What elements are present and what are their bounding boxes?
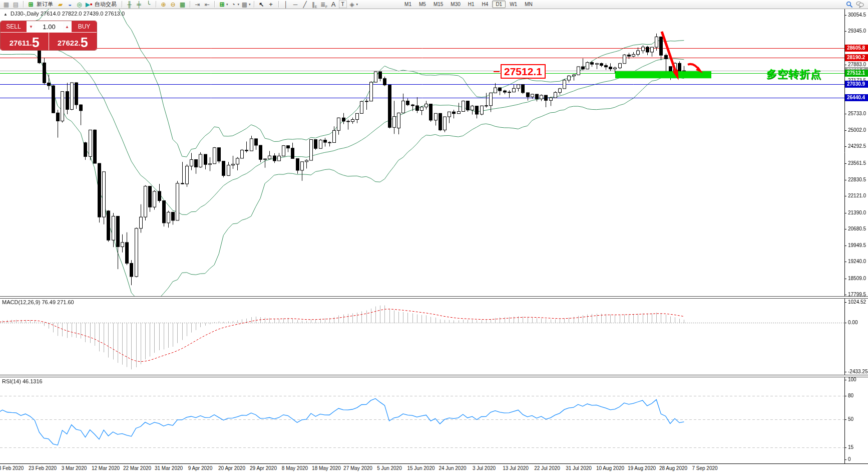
panel-splitter[interactable]: [0, 296, 868, 299]
tile-windows-icon[interactable]: ▦: [178, 1, 187, 9]
mt4-terminal: ▦ ▤ ⊞ 新订单 ▰ ◒ ◎ ▶■ 自动交易 ╫ ╪ ╰ ⊕ ⊖ ▦ ⇥ ⇤ …: [0, 0, 868, 472]
date-tick-label: 12 Mar 2020: [88, 465, 123, 471]
date-tick-label: 15 Jun 2020: [403, 465, 439, 471]
macd-label: MACD(12,26,9) 76.49 271.60: [2, 299, 74, 305]
buy-button[interactable]: BUY: [72, 21, 97, 32]
autotrading-icon[interactable]: ▶■: [85, 1, 93, 9]
timeframe-w1[interactable]: W1: [506, 1, 521, 8]
price-callout[interactable]: 27512.1: [501, 64, 546, 79]
separator: [278, 1, 279, 8]
trend-note-text[interactable]: 多空转折点: [766, 67, 821, 81]
date-tick-label: 13 Jul 2020: [498, 465, 533, 471]
timeframe-m5[interactable]: M5: [415, 1, 429, 8]
channel-tool-icon[interactable]: ∥E: [310, 1, 319, 9]
separator: [23, 1, 24, 8]
date-tick-label: 5 Jun 2020: [372, 465, 407, 471]
date-tick-label: 18 May 2020: [309, 465, 344, 471]
date-tick-label: 28 Aug 2020: [656, 465, 691, 471]
macd-panel-canvas[interactable]: [0, 298, 868, 375]
new-order-label[interactable]: 新订单: [37, 1, 53, 8]
timeframe-m30[interactable]: M30: [447, 1, 464, 8]
crosshair-icon[interactable]: +: [267, 1, 275, 9]
candles-chart-icon[interactable]: ╪: [135, 1, 143, 9]
main-chart-canvas[interactable]: [0, 9, 868, 296]
timeframe-group: M1M5M15M30H1H4D1W1MN: [401, 1, 536, 8]
community-icon[interactable]: ◒: [66, 1, 74, 9]
chart-header: ▲ DJ30-,Daily 27614.0 27822.0 27439.0 27…: [4, 11, 125, 17]
autoscroll-icon[interactable]: ⇥: [193, 1, 202, 9]
new-order-icon[interactable]: ⊞: [27, 1, 35, 9]
date-tick-label: 8 May 2020: [277, 465, 312, 471]
line-chart-icon[interactable]: ╰: [144, 1, 153, 9]
date-tick-label: 3 Jul 2020: [467, 465, 502, 471]
date-tick-label: 3 Mar 2020: [57, 465, 92, 471]
date-tick-label: 10 Aug 2020: [593, 465, 628, 471]
deposit-icon[interactable]: ▰: [56, 1, 65, 9]
timeframe-m1[interactable]: M1: [401, 1, 415, 8]
chart-shift-icon[interactable]: ⇤: [203, 1, 211, 9]
separator: [122, 1, 122, 8]
indicators-dropdown-icon[interactable]: ▾: [226, 3, 228, 7]
timeframe-mn[interactable]: MN: [521, 1, 536, 8]
chart-symbol-period: DJ30-,Daily: [11, 11, 39, 17]
callout-line-dash: [494, 71, 500, 72]
date-tick-label: 27 May 2020: [340, 465, 375, 471]
date-tick-label: 9 Apr 2020: [183, 465, 218, 471]
new-chart-icon[interactable]: ▦: [2, 1, 11, 9]
timeframe-d1[interactable]: D1: [492, 1, 506, 8]
bars-chart-icon[interactable]: ╫: [125, 1, 134, 9]
sell-price-main: 27611.: [10, 37, 32, 50]
buy-price-big-digit: 5: [81, 36, 88, 50]
toolbar: ▦ ▤ ⊞ 新订单 ▰ ◒ ◎ ▶■ 自动交易 ╫ ╪ ╰ ⊕ ⊖ ▦ ⇥ ⇤ …: [0, 0, 868, 9]
date-tick-label: 31 Mar 2020: [151, 465, 186, 471]
arrows-tool-icon[interactable]: ◈: [348, 1, 356, 9]
separator: [254, 1, 254, 8]
date-tick-label: 20 Apr 2020: [214, 465, 249, 471]
date-tick-label: 22 Mar 2020: [120, 465, 155, 471]
timeframe-h4[interactable]: H4: [479, 1, 492, 8]
toolbar-right: [846, 1, 868, 8]
date-tick-label: 31 Jul 2020: [561, 465, 596, 471]
chart-ohlc-values: 27614.0 27822.0 27439.0 27613.0: [41, 11, 125, 17]
date-tick-label: 7 Sep 2020: [687, 465, 722, 471]
date-tick-label: 22 Jul 2020: [530, 465, 565, 471]
chat-icon[interactable]: [856, 1, 864, 8]
volume-input[interactable]: 1.00: [36, 21, 63, 32]
profiles-icon[interactable]: ▤: [12, 1, 20, 9]
chart-window-icon: ▲: [4, 12, 8, 17]
arrows-dropdown-icon[interactable]: ▾: [356, 3, 358, 7]
date-tick-label: 24 Jun 2020: [435, 465, 470, 471]
cursor-icon[interactable]: ↖: [257, 1, 266, 9]
hline-tool-icon[interactable]: ─: [291, 1, 300, 9]
buy-price[interactable]: 27622.5: [49, 33, 97, 50]
date-tick-label: 3 Feb 2020: [0, 465, 29, 471]
sell-price[interactable]: 27611.5: [1, 33, 49, 50]
timeframe-m15[interactable]: M15: [430, 1, 447, 8]
date-tick-label: 29 Apr 2020: [246, 465, 281, 471]
templates-icon[interactable]: ▩: [240, 1, 249, 9]
timeframe-h1[interactable]: H1: [465, 1, 478, 8]
text-tool-icon[interactable]: A: [329, 1, 338, 9]
autotrading-label[interactable]: 自动交易: [95, 1, 117, 8]
zoom-in-icon[interactable]: ⊕: [159, 1, 168, 9]
rsi-panel-canvas[interactable]: [0, 377, 868, 463]
fibonacci-tool-icon[interactable]: ≣F: [320, 1, 328, 9]
volume-increase-button[interactable]: ▲: [63, 21, 71, 32]
text-label-tool-icon[interactable]: T: [339, 1, 347, 8]
sell-button[interactable]: SELL: [1, 21, 27, 32]
templates-dropdown-icon[interactable]: ▾: [249, 3, 251, 7]
trendline-tool-icon[interactable]: ╱: [301, 1, 309, 9]
indicators-icon[interactable]: ⊞: [218, 1, 226, 9]
periods-icon[interactable]: ◔: [229, 1, 238, 9]
vline-tool-icon[interactable]: │: [282, 1, 290, 9]
search-icon[interactable]: [846, 1, 853, 8]
sell-price-big-digit: 5: [32, 36, 40, 50]
date-axis[interactable]: 3 Feb 202023 Feb 20203 Mar 202012 Mar 20…: [0, 463, 868, 472]
volume-decrease-button[interactable]: ▼: [27, 21, 35, 32]
panel-splitter[interactable]: [0, 375, 868, 377]
signals-icon[interactable]: ◎: [75, 1, 84, 9]
separator: [214, 1, 215, 8]
zoom-out-icon[interactable]: ⊖: [169, 1, 177, 9]
one-click-trade-widget: SELL ▼ 1.00 ▲ BUY 27611.5 27622.5: [1, 21, 97, 50]
periods-dropdown-icon[interactable]: ▾: [238, 3, 240, 7]
